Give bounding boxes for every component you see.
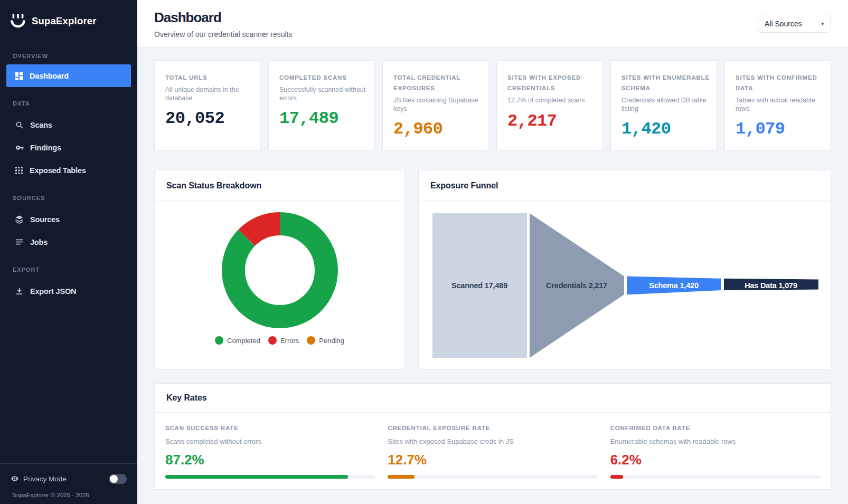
svg-text:Scanned 17,489: Scanned 17,489	[451, 281, 507, 290]
svg-text:Schema 1,420: Schema 1,420	[649, 281, 699, 290]
svg-text:Has Data 1,079: Has Data 1,079	[745, 281, 797, 290]
svg-text:Credentials 2,217: Credentials 2,217	[546, 281, 607, 290]
